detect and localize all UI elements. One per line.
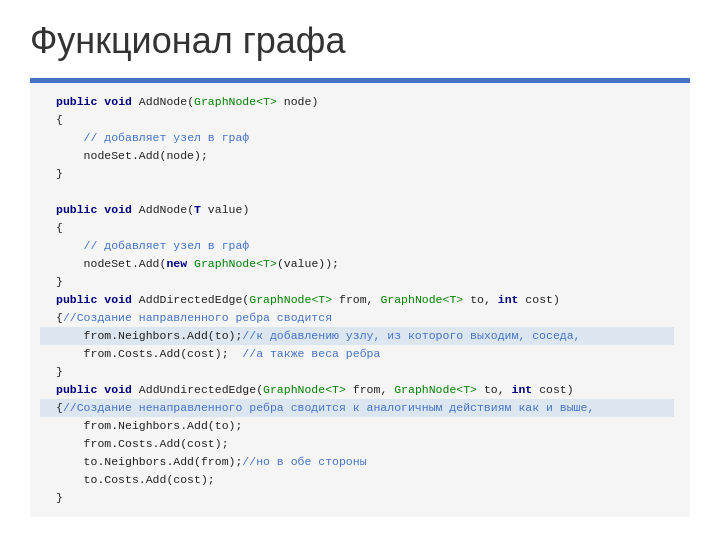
code-text: } [56,273,63,291]
code-line: from.Neighbors.Add(to);//к добавлению уз… [40,327,674,345]
page: Функционал графа public void AddNode(Gra… [0,0,720,540]
code-block: public void AddNode(GraphNode<T> node) {… [30,83,690,517]
code-text: public void AddNode(GraphNode<T> node) [56,93,318,111]
code-line: // добавляет узел в граф [40,237,674,255]
code-text: { [56,219,63,237]
code-line: {//Создание направленного ребра сводится [40,309,674,327]
code-line: to.Costs.Add(cost); [40,471,674,489]
code-line: // добавляет узел в граф [40,129,674,147]
page-title: Функционал графа [30,20,690,62]
code-line: to.Neighbors.Add(from);//но в обе сторон… [40,453,674,471]
code-line: } [40,165,674,183]
code-line: public void AddNode(GraphNode<T> node) [40,93,674,111]
code-line: } [40,363,674,381]
code-line: public void AddUndirectedEdge(GraphNode<… [40,381,674,399]
code-text: from.Neighbors.Add(to); [56,417,242,435]
code-text: { [56,111,63,129]
code-line: public void AddDirectedEdge(GraphNode<T>… [40,291,674,309]
code-line: } [40,489,674,507]
code-text: } [56,489,63,507]
code-line: nodeSet.Add(node); [40,147,674,165]
code-text: to.Costs.Add(cost); [56,471,215,489]
code-text: from.Costs.Add(cost); [56,435,229,453]
code-line: nodeSet.Add(new GraphNode<T>(value)); [40,255,674,273]
code-text [56,183,63,201]
code-line: } [40,273,674,291]
code-text: nodeSet.Add(new GraphNode<T>(value)); [56,255,339,273]
code-line: from.Neighbors.Add(to); [40,417,674,435]
code-text: // добавляет узел в граф [56,237,249,255]
code-text: from.Neighbors.Add(to);//к добавлению уз… [56,327,581,345]
code-line: from.Costs.Add(cost); [40,435,674,453]
code-line: from.Costs.Add(cost); //а также веса реб… [40,345,674,363]
code-text: from.Costs.Add(cost); //а также веса реб… [56,345,380,363]
code-text: // добавляет узел в граф [56,129,249,147]
code-line: { [40,111,674,129]
code-text: nodeSet.Add(node); [56,147,208,165]
code-text: public void AddNode(T value) [56,201,249,219]
code-text: } [56,363,63,381]
code-line: { [40,219,674,237]
code-line [40,183,674,201]
code-line: public void AddNode(T value) [40,201,674,219]
code-line: {//Создание ненаправленного ребра сводит… [40,399,674,417]
code-text: to.Neighbors.Add(from);//но в обе сторон… [56,453,367,471]
code-text: public void AddUndirectedEdge(GraphNode<… [56,381,574,399]
code-text: } [56,165,63,183]
code-text: {//Создание ненаправленного ребра сводит… [56,399,594,417]
code-text: public void AddDirectedEdge(GraphNode<T>… [56,291,560,309]
code-text: {//Создание направленного ребра сводится [56,309,332,327]
